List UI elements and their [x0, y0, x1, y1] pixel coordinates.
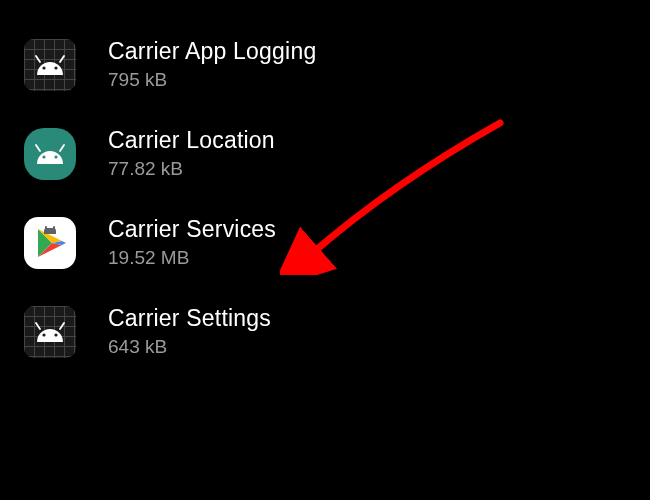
app-icon: [24, 217, 76, 269]
android-grid-icon: [24, 306, 76, 358]
app-info: Carrier Location 77.82 kB: [108, 127, 275, 180]
app-item-carrier-services[interactable]: Carrier Services 19.52 MB: [0, 198, 650, 287]
play-services-icon: [24, 217, 76, 269]
app-item-carrier-location[interactable]: Carrier Location 77.82 kB: [0, 109, 650, 198]
svg-line-7: [60, 145, 64, 151]
app-name-label: Carrier Services: [108, 216, 276, 243]
app-icon: [24, 39, 76, 91]
app-icon: [24, 128, 76, 180]
svg-point-0: [42, 66, 45, 69]
app-name-label: Carrier App Logging: [108, 38, 316, 65]
app-info: Carrier Settings 643 kB: [108, 305, 271, 358]
svg-line-12: [36, 323, 40, 329]
svg-rect-9: [53, 226, 55, 230]
app-info: Carrier Services 19.52 MB: [108, 216, 276, 269]
app-list: Carrier App Logging 795 kB Carrier Locat…: [0, 0, 650, 396]
app-size-label: 643 kB: [108, 336, 271, 358]
svg-point-10: [42, 333, 45, 336]
app-item-carrier-app-logging[interactable]: Carrier App Logging 795 kB: [0, 20, 650, 109]
app-icon: [24, 306, 76, 358]
android-teal-icon: [24, 128, 76, 180]
app-size-label: 77.82 kB: [108, 158, 275, 180]
app-size-label: 795 kB: [108, 69, 316, 91]
svg-line-6: [36, 145, 40, 151]
svg-line-13: [60, 323, 64, 329]
svg-line-2: [36, 56, 40, 62]
svg-rect-8: [45, 226, 47, 230]
app-name-label: Carrier Location: [108, 127, 275, 154]
svg-point-4: [42, 155, 45, 158]
android-grid-icon: [24, 39, 76, 91]
svg-point-5: [54, 155, 57, 158]
app-name-label: Carrier Settings: [108, 305, 271, 332]
svg-point-11: [54, 333, 57, 336]
app-info: Carrier App Logging 795 kB: [108, 38, 316, 91]
svg-point-1: [54, 66, 57, 69]
svg-line-3: [60, 56, 64, 62]
app-size-label: 19.52 MB: [108, 247, 276, 269]
app-item-carrier-settings[interactable]: Carrier Settings 643 kB: [0, 287, 650, 376]
